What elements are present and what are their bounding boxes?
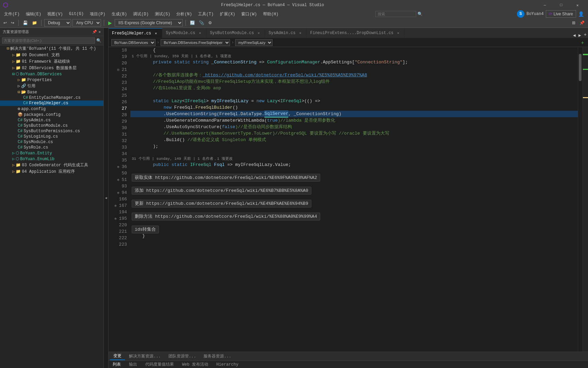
tab-freesqlhelper[interactable]: FreeSqlHelper.cs ✕: [109, 28, 162, 38]
sidebar-item-references[interactable]: ▷ 🔗 引用: [0, 83, 103, 89]
tab-add-button[interactable]: +: [583, 31, 588, 38]
menu-test[interactable]: 测试(S): [152, 11, 173, 18]
sidebar-item-framework[interactable]: ▷ 📁 01 Framework 基础模块: [0, 58, 103, 65]
collapsed-block-195[interactable]: ids转集合: [132, 226, 159, 233]
bottom-tab-solution[interactable]: 解决方案资源...: [126, 353, 164, 360]
tab-close-icon[interactable]: ✕: [256, 30, 261, 36]
menu-analyze[interactable]: 分析(N): [174, 11, 195, 18]
output-tab-list[interactable]: 列表: [111, 361, 122, 368]
collapsed-block-94[interactable]: 更新 https://github.com/dotnetcore/FreeSql…: [132, 200, 311, 208]
fold-icon-51[interactable]: ⊕: [116, 178, 120, 182]
fold-icon-195[interactable]: ⊕: [114, 217, 118, 221]
close-button[interactable]: ✕: [570, 0, 585, 10]
menu-build[interactable]: 生成(B): [109, 11, 130, 18]
tab-close-icon[interactable]: ✕: [197, 30, 203, 36]
user-avatar[interactable]: S: [517, 10, 524, 18]
fold-icon-167[interactable]: ⊕: [114, 204, 118, 208]
run-target-select[interactable]: IIS Express (Google Chrome): [115, 19, 183, 27]
breadcrumb-add-button[interactable]: +: [580, 39, 585, 46]
platform-select[interactable]: Any CPU x64 x86: [72, 19, 101, 27]
sidebar-item-app-config[interactable]: ⚙ app.config: [0, 106, 103, 112]
sidebar-item-properties[interactable]: ▷ 📁 Properties: [0, 77, 103, 83]
menu-view[interactable]: 视图(V): [45, 11, 66, 18]
collapsed-block-36[interactable]: 获取实体 https://github.com/dotnetcore/FreeS…: [132, 174, 320, 182]
tab-close-icon[interactable]: ✕: [153, 31, 159, 36]
fold-icon-36[interactable]: ⊕: [116, 165, 120, 169]
menu-help[interactable]: 帮助(H): [260, 11, 281, 18]
debug-mode-select[interactable]: Debug Release: [44, 19, 71, 27]
sidebar-item-application[interactable]: ▷ 📁 04 Application 应用程序: [0, 168, 103, 175]
tab-fineuipro[interactable]: FineuiProExtens....DropDownList.cs ✕: [307, 28, 405, 38]
redo-button[interactable]: ↪: [10, 20, 16, 26]
save-all-button[interactable]: 📁: [31, 20, 38, 26]
editor-scrollbar[interactable]: [578, 47, 583, 352]
settings-button[interactable]: ⚙: [207, 20, 213, 26]
minimize-button[interactable]: —: [537, 0, 553, 10]
tab-close-icon[interactable]: ✕: [297, 30, 303, 36]
menu-project[interactable]: 项目(P): [87, 11, 108, 18]
output-tab-web-publish[interactable]: Web 发布活动: [181, 361, 210, 368]
fold-icon-21[interactable]: ⊟: [116, 68, 120, 72]
sidebar-item-packages-config[interactable]: 📦 packages.config: [0, 112, 103, 118]
refresh-button[interactable]: 🔄: [189, 20, 196, 26]
menu-extensions[interactable]: 扩展(X): [217, 11, 238, 18]
tab-sysbuttonmodule[interactable]: SysButtonModule.cs ✕: [207, 28, 265, 38]
sidebar-close-icon[interactable]: ✕: [98, 30, 101, 34]
maximize-button[interactable]: □: [553, 0, 569, 10]
menu-file[interactable]: 文件(F): [1, 11, 22, 18]
bottom-tab-team[interactable]: 团队资源管...: [165, 353, 200, 360]
save-button[interactable]: 💾: [21, 20, 29, 26]
sidebar-search-icon[interactable]: 🔍: [96, 38, 101, 43]
sidebar-pin-icon[interactable]: 📌: [92, 30, 97, 34]
menu-git[interactable]: Git(G): [66, 11, 86, 17]
undo-button[interactable]: ↩: [2, 20, 8, 26]
class-select[interactable]: BoYuan.DBServices.FreeSqlHelper: [161, 39, 230, 46]
namespace-select[interactable]: BoYuan.DBServices: [111, 39, 156, 46]
tab-scroll-right[interactable]: ▶: [577, 33, 583, 38]
sidebar-item-boyuan-dbservices[interactable]: ⊟ ⬡ BoYuan.DBServices: [0, 71, 103, 77]
sidebar-item-dbservices[interactable]: ▷ 📁 02 DBServices 数据服务层: [0, 65, 103, 71]
sidebar-item-sys-module[interactable]: C# SysModule.cs: [0, 139, 103, 145]
scrollbar-thumb[interactable]: [579, 54, 582, 81]
tab-sysadmin[interactable]: SysAdmin.cs ✕: [265, 28, 307, 38]
sidebar-item-boyuan-enumlib[interactable]: ▷ ⬡ BoYuan.EnumLib: [0, 156, 103, 162]
menu-edit[interactable]: 编辑(E): [23, 11, 44, 18]
sidebar-item-sys-button-permissions[interactable]: C# SysButtonPermissions.cs: [0, 128, 103, 134]
attach-button[interactable]: 📎: [198, 20, 206, 26]
sidebar-item-entity-cache[interactable]: C# EntityCacheManager.cs: [0, 95, 103, 101]
output-tab-output[interactable]: 输出: [128, 361, 138, 368]
search-input[interactable]: [375, 11, 416, 17]
collapsed-block-51[interactable]: 添加 https://github.com/dotnetcore/FreeSql…: [132, 187, 311, 195]
sidebar-item-codegen[interactable]: ▷ 📁 03 CodeGenerator 代码生成工具: [0, 162, 103, 168]
sidebar-item-sysadmin[interactable]: C# SysAdmin.cs: [0, 118, 103, 123]
sidebar-item-sys-button-module[interactable]: C# SysButtonModule.cs: [0, 123, 103, 128]
menu-debug[interactable]: 调试(D): [130, 11, 151, 18]
sidebar-item-sys-login-log[interactable]: C# SysLoginLog.cs: [0, 134, 103, 139]
collapsed-block-167[interactable]: 删除方法 https://github.com/dotnetcore/FreeS…: [132, 213, 320, 220]
sidebar-search-input[interactable]: [2, 37, 95, 44]
sidebar-item-sys-role[interactable]: C# SysRole.cs: [0, 145, 103, 150]
code-token: }: [132, 233, 145, 239]
bottom-tab-changes[interactable]: 变更: [110, 353, 125, 360]
tab-close-icon[interactable]: ✕: [395, 30, 401, 36]
solution-item[interactable]: ⊟ 解决方案'BoYuan4'(11 个项目, 共 11 个): [0, 45, 103, 52]
run-button[interactable]: ▶: [107, 20, 113, 26]
fold-icon-94[interactable]: ⊕: [116, 191, 120, 195]
collapse-sidebar-button[interactable]: ◀: [104, 28, 109, 368]
menu-tools[interactable]: 工具(T): [195, 11, 216, 18]
menu-window[interactable]: 窗口(W): [239, 11, 260, 18]
layout-button[interactable]: ⊞: [571, 20, 577, 26]
member-select[interactable]: myIFreeSqlLazy: [235, 39, 273, 46]
output-tab-hierarchy[interactable]: Hierarchy: [215, 362, 240, 368]
bottom-tab-server[interactable]: 服务器资源...: [200, 353, 235, 360]
sidebar-item-document[interactable]: ▷ 📁 00 Document 文档: [0, 52, 103, 58]
tab-sysmodule[interactable]: SysModule.cs ✕: [162, 28, 206, 38]
tab-scroll-left[interactable]: ◀: [572, 33, 577, 38]
sidebar-item-boyuan-entity[interactable]: ▷ ⬡ BoYuan.Entity: [0, 150, 103, 156]
sidebar-item-freesql-helper[interactable]: C# FreeSqlHelper.cs: [0, 101, 103, 106]
live-share-button[interactable]: ⟳ Live Share: [546, 10, 576, 18]
sidebar-item-base[interactable]: ⊟ 📂 Base: [0, 89, 103, 95]
pin-button[interactable]: 📌: [578, 20, 586, 26]
code-editor[interactable]: { 1 个引用 | sunday, 359 天前 | 1 名作者, 1 项更改 …: [129, 47, 578, 352]
output-tab-code-metrics[interactable]: 代码度量值结果: [144, 361, 175, 368]
